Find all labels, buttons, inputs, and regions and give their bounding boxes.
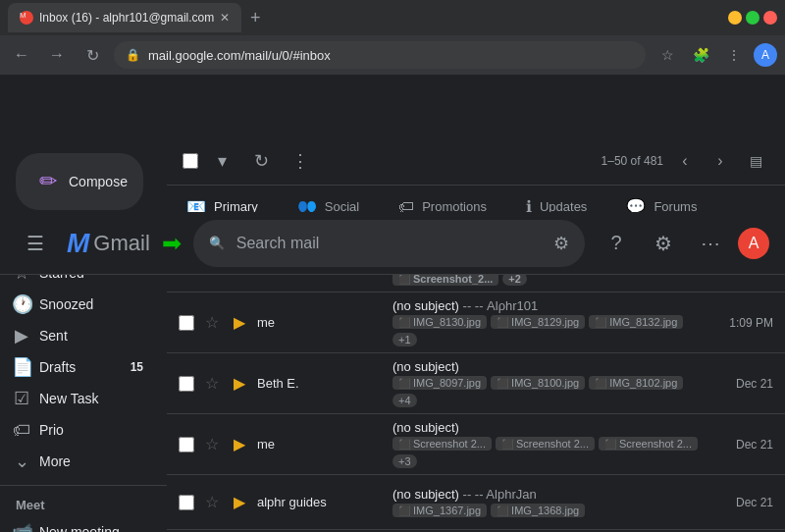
sidebar-item-sent-label: Sent xyxy=(39,328,68,344)
browser-toolbar-icons: ☆ 🧩 ⋮ A xyxy=(654,41,777,69)
more-attachments-badge: +1 xyxy=(392,333,417,346)
pagination-text: 1–50 of 481 xyxy=(602,154,663,168)
star-icon[interactable]: ☆ xyxy=(202,493,222,511)
email-toolbar: ▾ ↻ ⋮ 1–50 of 481 ‹ › ▤ xyxy=(167,137,785,186)
new-meeting-icon: 📹 xyxy=(12,521,31,532)
email-time: Dec 21 xyxy=(714,377,773,391)
compose-icon: ✏ xyxy=(39,169,57,194)
select-dropdown-button[interactable]: ▾ xyxy=(206,145,237,177)
select-all-checkbox[interactable] xyxy=(183,153,198,169)
sidebar-item-drafts[interactable]: 📄 Drafts 15 xyxy=(0,351,159,383)
address-bar[interactable]: 🔒 mail.google.com/mail/u/0/#inbox xyxy=(114,41,646,69)
attachment-chip: ⬛ IMG_8097.jpg xyxy=(392,376,487,390)
address-bar-row: ← → ↻ 🔒 mail.google.com/mail/u/0/#inbox … xyxy=(0,35,785,75)
email-time: Dec 21 xyxy=(714,438,773,452)
more-attachments-badge: +3 xyxy=(392,454,417,468)
email-checkbox[interactable] xyxy=(179,495,194,510)
important-icon[interactable]: ▶ xyxy=(230,435,249,453)
hamburger-menu-button[interactable]: ☰ xyxy=(16,224,55,263)
arrow-icon: ➡ xyxy=(162,230,182,257)
sidebar: ✏ Compose 📥 Inbox 16 ☆ Starred 🕐 Snoozed… xyxy=(0,137,167,532)
attachment-file-icon: ⬛ xyxy=(497,505,508,516)
forward-button[interactable]: → xyxy=(43,41,71,69)
maximize-button[interactable] xyxy=(746,11,759,25)
gmail-layout: ✏ Compose 📥 Inbox 16 ☆ Starred 🕐 Snoozed… xyxy=(0,137,785,532)
sidebar-item-more[interactable]: ⌄ More xyxy=(0,446,159,477)
table-row[interactable]: ☆ ▶ Beth E. (no subject) ⬛ IMG_8097.jpg … xyxy=(167,353,785,414)
minimize-button[interactable] xyxy=(728,11,742,25)
email-attachments: ⬛ IMG_8130.jpg ⬛ IMG_8129.jpg ⬛ IMG_8132… xyxy=(392,315,706,346)
email-subject: (no subject) -- -- AlphrJan xyxy=(392,487,706,502)
attachment-chip: ⬛ IMG_8100.jpg xyxy=(491,376,585,390)
attachment-file-icon: ⬛ xyxy=(398,378,410,389)
more-icon: ⌄ xyxy=(12,451,31,472)
table-row[interactable]: ☆ ▶ me (no subject) ⬛ Screenshot 2... ⬛ … xyxy=(167,414,785,475)
tab-favicon: M xyxy=(20,11,33,25)
attachment-file-icon: ⬛ xyxy=(604,439,616,450)
star-icon[interactable]: ☆ xyxy=(202,435,222,453)
email-checkbox[interactable] xyxy=(179,437,194,452)
sidebar-item-snoozed-label: Snoozed xyxy=(39,296,93,312)
view-options-button[interactable]: ▤ xyxy=(742,147,769,175)
attachment-file-icon: ⬛ xyxy=(398,274,410,285)
email-content: (no subject) -- -- AlphrJan ⬛ IMG_1367.j… xyxy=(392,487,706,517)
search-input[interactable] xyxy=(236,235,542,252)
meet-section-title: Meet xyxy=(0,494,167,516)
email-attachments: ⬛ Screenshot 2... ⬛ Screenshot 2... ⬛ Sc… xyxy=(392,437,706,468)
attachment-chip: ⬛ IMG_8129.jpg xyxy=(491,315,585,329)
sidebar-item-drafts-label: Drafts xyxy=(39,359,76,375)
back-button[interactable]: ← xyxy=(8,41,35,69)
email-checkbox[interactable] xyxy=(179,315,194,331)
attachment-chip: ⬛ IMG_8132.jpg xyxy=(589,315,683,329)
new-meeting-item[interactable]: 📹 New meeting xyxy=(0,516,159,532)
bookmark-icon[interactable]: ☆ xyxy=(654,41,681,69)
more-options-icon[interactable]: ⋮ xyxy=(720,41,748,69)
next-page-button[interactable]: › xyxy=(706,147,734,175)
prio-icon: 🏷 xyxy=(12,420,31,441)
sidebar-item-prio-label: Prio xyxy=(39,422,64,438)
attachment-chip: ⬛ Screenshot 2... xyxy=(599,437,698,451)
sidebar-item-sent[interactable]: ▶ Sent xyxy=(0,320,159,351)
drafts-badge: 15 xyxy=(131,360,143,374)
attachment-file-icon: ⬛ xyxy=(497,317,508,328)
close-button[interactable] xyxy=(763,11,777,25)
browser-profile-avatar[interactable]: A xyxy=(754,43,777,67)
more-attachments-badge: +4 xyxy=(392,394,417,407)
more-actions-button[interactable]: ⋮ xyxy=(285,145,316,177)
previous-page-button[interactable]: ‹ xyxy=(671,147,699,175)
extensions-icon[interactable]: 🧩 xyxy=(687,41,714,69)
email-sender: alphr guides xyxy=(257,495,385,509)
search-bar[interactable]: 🔍 ⚙ xyxy=(193,220,585,267)
table-row[interactable]: ☆ ▶ alphr guides (no subject) -- -- Alph… xyxy=(167,475,785,530)
email-list: ☆ ▶ alphr guides (no subject) ⬛ Screensh… xyxy=(167,232,785,532)
star-icon[interactable]: ☆ xyxy=(202,374,222,393)
important-icon[interactable]: ▶ xyxy=(230,374,249,393)
gmail-logo[interactable]: M Gmail xyxy=(67,228,150,259)
star-icon[interactable]: ☆ xyxy=(202,313,222,332)
window-controls xyxy=(728,11,777,25)
reload-button[interactable]: ↻ xyxy=(78,41,106,69)
attachment-file-icon: ⬛ xyxy=(497,378,508,389)
url-text: mail.google.com/mail/u/0/#inbox xyxy=(148,48,634,63)
sidebar-item-prio[interactable]: 🏷 Prio xyxy=(0,414,159,446)
attachment-chip: ⬛ IMG_1367.jpg xyxy=(392,504,487,517)
settings-icon[interactable]: ⚙ xyxy=(644,224,683,263)
compose-button[interactable]: ✏ Compose xyxy=(16,153,143,210)
help-icon[interactable]: ? xyxy=(597,224,636,263)
attachment-chip: ⬛ IMG_1368.jpg xyxy=(491,504,585,517)
email-sender: me xyxy=(257,315,385,330)
apps-icon[interactable]: ⋯ xyxy=(691,224,730,263)
search-filter-icon[interactable]: ⚙ xyxy=(553,233,569,254)
important-icon[interactable]: ▶ xyxy=(230,493,249,511)
important-icon[interactable]: ▶ xyxy=(230,313,249,332)
tab-close-button[interactable]: ✕ xyxy=(220,11,230,25)
table-row[interactable]: ☆ ▶ me (no subject) -- -- Αlρhr101 ⬛ IMG… xyxy=(167,293,785,353)
email-time: 1:09 PM xyxy=(714,316,773,330)
sidebar-item-new-task[interactable]: ☑ New Task xyxy=(0,383,159,414)
email-checkbox[interactable] xyxy=(179,376,194,392)
new-tab-button[interactable]: + xyxy=(241,4,269,31)
refresh-button[interactable]: ↻ xyxy=(245,145,277,177)
sidebar-item-snoozed[interactable]: 🕐 Snoozed xyxy=(0,289,159,320)
user-avatar[interactable]: A xyxy=(738,228,769,259)
active-tab[interactable]: M Inbox (16) - alphr101@gmail.com ✕ xyxy=(8,3,241,32)
